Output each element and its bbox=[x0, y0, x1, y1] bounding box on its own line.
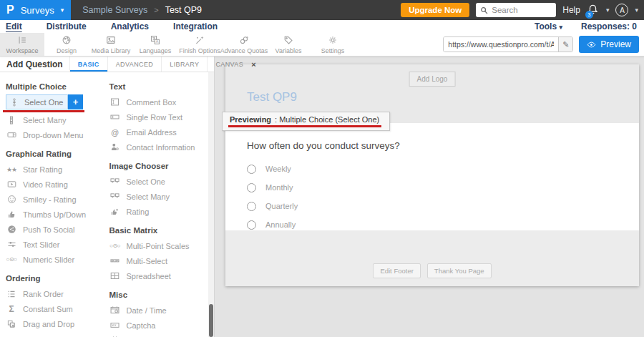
question-type-contact-information[interactable]: Contact Information bbox=[109, 140, 209, 155]
question-type-select-one[interactable]: Select One bbox=[109, 174, 209, 189]
question-type-captcha[interactable]: Captcha bbox=[109, 318, 209, 333]
toolbar-item-label: Media Library bbox=[92, 47, 131, 54]
notifications-button[interactable]: 3 bbox=[587, 4, 600, 16]
panel-scrollbar[interactable] bbox=[208, 72, 214, 337]
multi-select-icon bbox=[109, 256, 121, 265]
nav-item-edit[interactable]: Edit bbox=[6, 21, 22, 31]
question-type-video-rating[interactable]: Video Rating bbox=[6, 177, 104, 192]
question-type-rank-order[interactable]: Rank Order bbox=[6, 286, 104, 301]
question-type-drop-down-menu[interactable]: Drop-down Menu bbox=[6, 127, 104, 142]
add-logo-button[interactable]: Add Logo bbox=[409, 72, 456, 87]
upgrade-now-button[interactable]: Upgrade Now bbox=[401, 3, 469, 17]
question-type-text-slider[interactable]: Text Slider bbox=[6, 237, 104, 252]
panel-col-2: Text Comment Box Single Row Text @ Email… bbox=[104, 72, 209, 337]
radio-icon[interactable] bbox=[247, 220, 256, 230]
survey-footer: Edit Footer Thank You Page bbox=[225, 230, 639, 286]
toolbar-item-label: Advance Quotas bbox=[220, 47, 268, 54]
toolbar-item-languages[interactable]: A Languages bbox=[133, 33, 177, 56]
email-icon: @ bbox=[109, 128, 121, 137]
chevron-down-icon[interactable]: ▾ bbox=[606, 6, 610, 14]
video-rating-icon bbox=[6, 180, 17, 189]
toolbar-items: Workspace Design Media Library A Languag… bbox=[0, 33, 355, 56]
toolbar-item-finish-options[interactable]: Finish Options bbox=[177, 33, 222, 56]
question-type-label: Comment Box bbox=[127, 98, 177, 107]
close-panel-button[interactable]: × bbox=[251, 57, 255, 72]
product-switcher[interactable]: Surveys bbox=[21, 5, 54, 16]
thank-you-page-button[interactable]: Thank You Page bbox=[427, 263, 492, 278]
previewing-tab: Previewing : Multiple Choice (Select One… bbox=[222, 112, 390, 131]
notification-count-badge: 3 bbox=[585, 11, 593, 19]
question-type-spreadsheet[interactable]: Spreadsheet bbox=[109, 268, 209, 283]
section-header-ordering: Ordering bbox=[6, 274, 104, 283]
question-type-label: Single Row Text bbox=[127, 113, 183, 122]
question-type-date-time[interactable]: Date / Time bbox=[109, 303, 209, 318]
toolbar-item-workspace[interactable]: Workspace bbox=[0, 33, 44, 56]
question-type-email-address[interactable]: @ Email Address bbox=[109, 124, 209, 140]
toolbar-item-settings[interactable]: Settings bbox=[311, 33, 355, 56]
image-rating-icon bbox=[109, 207, 121, 216]
toolbar-item-variables[interactable]: Variables bbox=[266, 33, 311, 56]
question-type-star-rating[interactable]: ★★ Star Rating bbox=[6, 162, 104, 177]
radio-icon[interactable] bbox=[247, 165, 256, 174]
question-type-label: Multi-Point Scales bbox=[127, 242, 190, 250]
responses-count[interactable]: Responses: 0 bbox=[581, 21, 637, 31]
option-monthly[interactable]: Monthly bbox=[247, 178, 639, 197]
toolbar-item-design[interactable]: Design bbox=[44, 33, 89, 56]
edit-url-button[interactable]: ✎ bbox=[558, 37, 572, 52]
question-type-push-to-social[interactable]: Push To Social bbox=[6, 222, 104, 237]
breadcrumb-parent[interactable]: Sample Surveys bbox=[82, 5, 147, 15]
question-type-comment-box[interactable]: Comment Box bbox=[109, 94, 209, 109]
question-type-multi-point-scales[interactable]: ○⊙○ Multi-Point Scales bbox=[109, 238, 209, 253]
question-type-select-many[interactable]: Select Many bbox=[109, 189, 209, 204]
question-type-calendar[interactable]: Calendar bbox=[109, 333, 209, 337]
help-link[interactable]: Help bbox=[562, 5, 580, 15]
nav-item-integration[interactable]: Integration bbox=[173, 21, 218, 31]
question-block: How often do you conduct surveys? Weekly… bbox=[225, 123, 639, 230]
question-text[interactable]: How often do you conduct surveys? bbox=[247, 140, 639, 151]
option-weekly[interactable]: Weekly bbox=[247, 160, 639, 178]
nav-items: EditDistributeAnalyticsIntegration bbox=[0, 21, 236, 31]
question-type-drag-and-drop[interactable]: Drag and Drop bbox=[6, 316, 104, 331]
tab-basic[interactable]: BASIC bbox=[69, 57, 107, 72]
question-type-select-one[interactable]: Select One + bbox=[6, 94, 104, 109]
add-question-button[interactable]: + bbox=[68, 94, 83, 109]
nav-item-analytics[interactable]: Analytics bbox=[111, 21, 149, 31]
tools-dropdown[interactable]: Tools ▾ bbox=[535, 21, 562, 31]
question-type-select-many[interactable]: Select Many bbox=[6, 112, 104, 127]
question-type-thumbs-up-down[interactable]: Thumbs Up/Down bbox=[6, 207, 104, 222]
edit-footer-button[interactable]: Edit Footer bbox=[373, 263, 420, 278]
scrollbar-thumb[interactable] bbox=[209, 304, 213, 337]
dropdown-menu-icon bbox=[6, 130, 17, 140]
radio-icon[interactable] bbox=[247, 183, 256, 192]
radio-icon[interactable] bbox=[247, 202, 256, 211]
chevron-down-icon[interactable]: ▾ bbox=[635, 6, 638, 14]
question-type-rating[interactable]: Rating bbox=[109, 204, 209, 219]
avatar[interactable]: A bbox=[615, 4, 628, 16]
selected-question-type[interactable]: Select One bbox=[6, 94, 68, 109]
toolbar-item-advance-quotas[interactable]: Advance Quotas bbox=[222, 33, 266, 56]
global-search[interactable] bbox=[476, 3, 556, 17]
breadcrumb: Sample Surveys > Test QP9 bbox=[82, 5, 202, 15]
question-type-multi-select[interactable]: Multi-Select bbox=[109, 253, 209, 268]
preview-button[interactable]: Preview bbox=[579, 36, 639, 53]
brand-area[interactable]: P Surveys ▾ bbox=[0, 0, 71, 20]
main-area: Add Logo Test QP9 Previewing : Multiple … bbox=[215, 57, 644, 337]
select-one-icon bbox=[9, 98, 20, 107]
question-type-constant-sum[interactable]: Σ Constant Sum bbox=[6, 301, 104, 316]
tab-library[interactable]: LIBRARY bbox=[161, 57, 207, 72]
tab-advanced[interactable]: ADVANCED bbox=[107, 57, 162, 72]
section-header-text: Text bbox=[109, 82, 209, 91]
question-type-numeric-slider[interactable]: ○⊙○ Numeric Slider bbox=[6, 252, 104, 267]
tab-canvas[interactable]: CANVAS bbox=[207, 57, 251, 72]
nav-item-distribute[interactable]: Distribute bbox=[47, 21, 87, 31]
survey-title[interactable]: Test QP9 bbox=[247, 90, 297, 104]
date-time-icon bbox=[109, 306, 121, 315]
search-input[interactable] bbox=[492, 6, 552, 14]
toolbar-item-media-library[interactable]: Media Library bbox=[89, 33, 133, 56]
question-type-smiley-rating[interactable]: Smiley - Rating bbox=[6, 192, 104, 207]
question-type-single-row-text[interactable]: Single Row Text bbox=[109, 109, 209, 124]
survey-url-input[interactable] bbox=[444, 37, 558, 52]
question-type-label: Select One bbox=[127, 177, 165, 186]
option-quarterly[interactable]: Quarterly bbox=[247, 197, 639, 215]
question-type-label: Select Many bbox=[23, 116, 67, 124]
